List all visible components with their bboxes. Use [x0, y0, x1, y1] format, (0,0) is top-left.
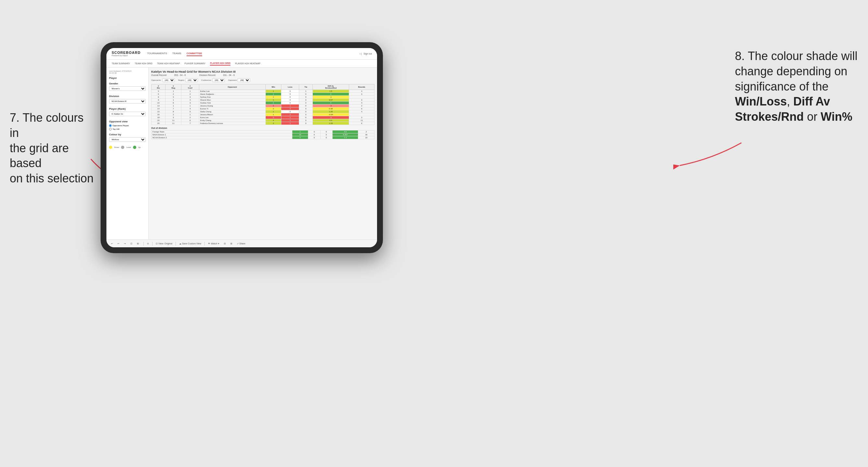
cell-reg: 11	[165, 119, 181, 122]
cell-loss: 1	[281, 122, 299, 125]
cell-conf: 5	[181, 110, 199, 113]
bottom-toolbar: ↩ ↩ ↪ ⊡ ⊞ · ⊙ ⊡ View: Original ☁ Save Cu…	[106, 240, 377, 247]
layout-btn[interactable]: ⊟	[223, 242, 227, 245]
redo-btn2[interactable]: ↪	[123, 242, 127, 245]
cell-ood-rounds: 30	[358, 133, 374, 136]
cell-opponent: Federica Domecq Lacroze	[199, 122, 266, 125]
subnav-team-summary[interactable]: TEAM SUMMARY	[112, 62, 130, 65]
cell-rounds: 3	[349, 99, 374, 101]
filter-opponent-select[interactable]: (All)	[238, 78, 250, 82]
view-original-btn[interactable]: ⊡ View: Original	[154, 242, 174, 245]
legend-level-dot	[121, 146, 124, 149]
cell-reg: 3	[165, 116, 181, 119]
cell-opponent: Jessica Huang	[199, 104, 266, 107]
cell-opponent: Stella Cheng	[199, 110, 266, 113]
cell-div: 10	[152, 101, 165, 104]
col-div: #Div	[152, 84, 165, 90]
radio-opponents-played[interactable]: Opponents Played	[109, 124, 146, 127]
cell-conf: 1	[181, 90, 199, 93]
subnav-team-h2h-heatmap[interactable]: TEAM H2H HEATMAP	[157, 62, 180, 65]
cell-div: 20	[152, 122, 165, 125]
nav-committee[interactable]: COMMITTEE	[187, 51, 202, 56]
col-conf: #Conf	[181, 84, 199, 90]
col-reg: #Reg	[165, 84, 181, 90]
cell-reg: 1	[165, 104, 181, 107]
cell-opponent: Euna Lee	[199, 116, 266, 119]
subnav-player-h2h-grid[interactable]: PLAYER H2H GRID	[210, 61, 230, 66]
paste-btn[interactable]: ⊞ ·	[136, 242, 142, 245]
cell-opponent: Alexis Sudjianto	[199, 93, 266, 96]
subnav-team-h2h-grid[interactable]: TEAM H2H GRID	[135, 62, 153, 65]
cell-ood-tie: 0	[320, 133, 332, 136]
legend-down-label: Down	[114, 146, 119, 148]
cell-diff: 0.38	[312, 107, 349, 110]
radio-top100[interactable]: Top 100	[109, 128, 146, 130]
logo-sub: Powered by clippd	[112, 55, 141, 57]
ood-table-row: NAIA Division 1 15 0 0 9.267 30	[152, 133, 374, 136]
cell-diff: 1.33	[312, 122, 349, 125]
cell-div: 20	[152, 119, 165, 122]
cell-rounds: 11	[349, 119, 374, 122]
subnav-player-h2h-heatmap[interactable]: PLAYER H2H HEATMAP	[235, 62, 260, 65]
cell-tie: 0	[299, 116, 312, 119]
cell-conf: 6	[181, 119, 199, 122]
col-diff: Diff AvStrokes/Rnd	[312, 84, 349, 90]
col-opponent: Opponent	[199, 84, 266, 90]
cell-rounds: 2	[349, 104, 374, 107]
colour-by-select[interactable]: Win/loss	[109, 137, 146, 142]
nav-teams[interactable]: TEAMS	[172, 51, 181, 56]
cell-conf: 2	[181, 93, 199, 96]
cell-win: 1	[266, 99, 281, 101]
division-select[interactable]: NCAA Division III	[109, 99, 146, 103]
gender-select[interactable]: Women's	[109, 86, 146, 91]
filter-region-select[interactable]: (All)	[185, 78, 198, 82]
save-custom-btn[interactable]: ☁ Save Custom View	[178, 242, 203, 245]
cell-ood-rounds: 2	[358, 130, 374, 133]
cell-win: 1	[266, 110, 281, 113]
clock-btn[interactable]: ⊙	[146, 242, 150, 245]
nav-tournaments[interactable]: TOURNAMENTS	[147, 51, 167, 56]
cell-rounds: 9	[349, 107, 374, 110]
cell-conf: 3	[181, 96, 199, 99]
settings-btn[interactable]: ⊞	[229, 242, 234, 245]
table-row: 3 1 1 Esther Lee 1 0 1 1.5 4	[152, 90, 374, 93]
share-btn[interactable]: ⤢ Share	[236, 242, 247, 245]
watch-btn[interactable]: 👁 Watch ▾	[207, 242, 221, 245]
cell-ood-opponent: NAIA Division 1	[152, 133, 292, 136]
cell-reg: 7	[165, 107, 181, 110]
cell-opponent: Jessica Mason	[199, 113, 266, 116]
cell-loss: 0	[281, 101, 299, 104]
redo-btn1[interactable]: ↩	[116, 242, 121, 245]
cell-loss: 0	[281, 96, 299, 99]
filter-opponent-dropdown: Opponent (All)	[228, 78, 250, 82]
cell-conf: 3	[181, 101, 199, 104]
table-row: 5 2 2 Alexis Sudjianto 1 0 0 4 3	[152, 93, 374, 96]
cell-win: 1	[266, 113, 281, 116]
cell-ood-diff: 9.267	[332, 133, 358, 136]
cell-tie: 0	[299, 119, 312, 122]
cell-loss: 0	[281, 110, 299, 113]
cell-opponent: Andrea York	[199, 101, 266, 104]
cell-win: 0	[266, 104, 281, 107]
undo-btn[interactable]: ↩	[110, 242, 114, 245]
table-row: 20 11 6 Emily Chang 4 1 0 0.3 11	[152, 119, 374, 122]
subnav-player-summary[interactable]: PLAYER SUMMARY	[185, 62, 206, 65]
sign-out-link[interactable]: Sign out	[364, 53, 372, 55]
cell-diff: -5	[312, 116, 349, 119]
right-annotation: 8. The colour shade will change dependin…	[735, 49, 858, 125]
cell-loss: 0	[281, 99, 299, 101]
cell-rounds: 6	[349, 122, 374, 125]
cell-reg: 2	[165, 113, 181, 116]
cell-tie: 0	[299, 99, 312, 101]
player-rank-select[interactable]: 8. Katelyn Vo	[109, 112, 146, 116]
copy-btn[interactable]: ⊡	[129, 242, 134, 245]
filter-opponents-select[interactable]: (All)	[162, 78, 175, 82]
table-row: 10 6 3 Andrea York 2 0 0 4 4	[152, 101, 374, 104]
col-tie: Tie	[299, 84, 312, 90]
cell-ood-win: 1	[292, 130, 308, 133]
cell-loss: 1	[281, 116, 299, 119]
cell-rounds: 2	[349, 116, 374, 119]
opponent-view-label: Opponent view	[109, 120, 146, 123]
filter-conference-select[interactable]: (All)	[212, 78, 225, 82]
right-panel: Katelyn Vo Head-to-Head Grid for Women's…	[149, 67, 377, 240]
